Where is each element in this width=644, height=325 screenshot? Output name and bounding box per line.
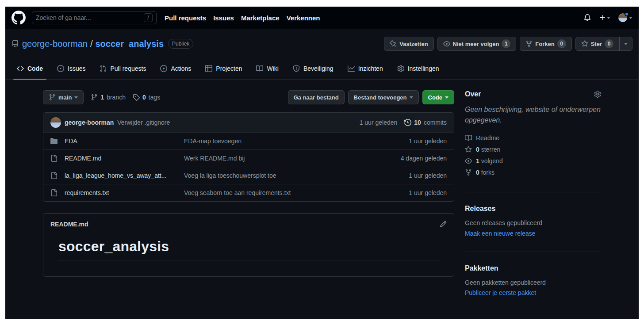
chevron-down-icon — [629, 17, 632, 19]
branches-link[interactable]: 1 branch — [91, 94, 126, 101]
readme-title: soccer_analysis — [58, 238, 439, 260]
tab-pull-requests[interactable]: Pull requests — [92, 58, 153, 79]
gear-icon[interactable] — [594, 91, 601, 98]
about-title: Over — [465, 90, 481, 98]
file-commit-time[interactable]: 1 uur geleden — [409, 138, 447, 145]
global-header: / Pull requests Issues Marketplace Verke… — [5, 7, 639, 29]
pencil-icon[interactable] — [440, 221, 447, 228]
file-toolbar: main 1 branch 0 tags Ga n — [43, 90, 454, 104]
file-commit-message-link[interactable]: EDA-map toevoegen — [184, 138, 409, 145]
nav-marketplace[interactable]: Marketplace — [241, 14, 280, 22]
file-name-link[interactable]: requirements.txt — [65, 189, 184, 196]
nav-pull-requests[interactable]: Pull requests — [165, 14, 206, 22]
chevron-down-icon — [74, 96, 78, 99]
watch-count[interactable]: 1 — [502, 39, 510, 48]
nav-issues[interactable]: Issues — [213, 14, 234, 22]
history-icon — [404, 119, 411, 126]
book-icon — [256, 65, 263, 72]
repo-name-link[interactable]: soccer_analysis — [95, 39, 164, 49]
releases-title: Releases — [465, 205, 495, 213]
readme-body: soccer_analysis — [43, 235, 454, 276]
commit-history-link[interactable]: 10 commits — [404, 119, 447, 126]
code-icon — [17, 65, 24, 72]
gear-icon — [397, 65, 404, 72]
eye-icon — [465, 157, 472, 164]
file-name-link[interactable]: EDA — [65, 138, 184, 145]
sidebar: Over Geen beschrijving, website of onder… — [465, 90, 601, 299]
branch-select-button[interactable]: main — [43, 90, 84, 104]
go-to-file-button[interactable]: Ga naar bestand — [288, 90, 345, 104]
github-page: / Pull requests Issues Marketplace Verke… — [5, 7, 639, 319]
github-logo-icon[interactable] — [12, 11, 26, 25]
releases-section: Releases Geen releases gepubliceerd Maak… — [465, 192, 601, 240]
create-release-link[interactable]: Maak een nieuwe release — [465, 230, 536, 237]
file-icon — [50, 172, 58, 179]
watchers-link[interactable]: 1 volgend — [465, 156, 601, 166]
stars-link[interactable]: 0 sterren — [465, 144, 601, 155]
file-row: README.md Werk README.md bij 4 dagen gel… — [43, 149, 454, 167]
repo-owner-link[interactable]: george-boorman — [22, 39, 88, 49]
git-pull-request-icon — [100, 65, 107, 72]
repo-title: george-boorman / soccer_analysis — [22, 39, 164, 49]
fork-count[interactable]: 0 — [557, 39, 566, 48]
header-right — [584, 13, 632, 22]
pin-icon — [390, 40, 397, 47]
readme-link[interactable]: Readme — [465, 133, 601, 143]
file-name-link[interactable]: la_liga_league_home_vs_away_att... — [65, 172, 184, 179]
user-menu-button[interactable] — [618, 13, 632, 22]
graph-icon — [348, 65, 355, 72]
file-name-link[interactable]: README.md — [65, 155, 184, 162]
file-commit-message-link[interactable]: Werk README.md bij — [184, 155, 401, 162]
search-box[interactable]: / — [32, 11, 157, 24]
book-icon — [465, 134, 472, 141]
star-dropdown-button[interactable] — [619, 37, 632, 51]
add-file-button[interactable]: Bestand toevoegen — [348, 90, 419, 104]
star-button[interactable]: Ster 0 — [575, 37, 619, 51]
repo-separator: / — [90, 39, 93, 49]
file-commit-message-link[interactable]: Voeg la liga toeschouwersplot toe — [184, 172, 409, 179]
repo-tabs: Code Issues Pull requests Actions Projec… — [5, 58, 639, 80]
file-icon — [50, 189, 58, 196]
star-count[interactable]: 0 — [605, 39, 613, 48]
packages-section: Pakketten Geen pakketten gepubliceerd Pu… — [465, 252, 601, 300]
tab-insights[interactable]: Inzichten — [341, 58, 390, 79]
repo-icon — [12, 40, 19, 47]
forks-link[interactable]: 0 forks — [465, 167, 601, 178]
tab-code[interactable]: Code — [10, 58, 50, 79]
readme-filename[interactable]: README.md — [50, 221, 88, 228]
pin-button[interactable]: Vastzetten — [384, 37, 433, 51]
fork-button[interactable]: Forken 0 — [520, 37, 571, 51]
search-input[interactable] — [36, 14, 140, 21]
commit-author-link[interactable]: george-boorman — [65, 119, 114, 126]
shield-icon — [293, 65, 300, 72]
file-commit-time[interactable]: 4 dagen geleden — [401, 155, 447, 162]
file-row: requirements.txt Voeg seaborn toe aan re… — [43, 184, 454, 201]
tab-wiki[interactable]: Wiki — [249, 58, 285, 79]
commit-message-link[interactable]: Verwijder .gitignore — [117, 119, 170, 126]
notifications-button[interactable] — [584, 14, 591, 21]
star-split-button: Ster 0 — [575, 37, 632, 51]
tab-settings[interactable]: Instellingen — [390, 58, 446, 79]
file-commit-message-link[interactable]: Voeg seaborn toe aan requirements.txt — [184, 189, 409, 196]
tab-actions[interactable]: Actions — [153, 58, 198, 79]
tab-issues[interactable]: Issues — [50, 58, 92, 79]
nav-explore[interactable]: Verkennen — [287, 14, 320, 22]
folder-icon — [50, 138, 58, 145]
file-commit-time[interactable]: 1 uur geleden — [409, 189, 447, 196]
tags-link[interactable]: 0 tags — [133, 94, 160, 101]
tab-projects[interactable]: Projecten — [198, 58, 249, 79]
create-new-button[interactable] — [599, 14, 610, 21]
packages-empty-text: Geen pakketten gepubliceerd — [465, 279, 601, 287]
eye-icon — [443, 40, 450, 47]
commit-time[interactable]: 1 uur geleden — [360, 119, 398, 126]
chevron-down-icon — [607, 17, 610, 19]
publish-package-link[interactable]: Publiceer je eerste pakket — [465, 289, 536, 296]
watch-button[interactable]: Niet meer volgen 1 — [437, 37, 517, 51]
git-branch-icon — [91, 94, 98, 101]
commit-author-avatar[interactable] — [50, 117, 61, 128]
file-commit-time[interactable]: 1 uur geleden — [409, 172, 447, 179]
code-download-button[interactable]: Code — [422, 90, 455, 104]
about-description: Geen beschrijving, website of onderwerpe… — [465, 104, 601, 126]
repo-header: george-boorman / soccer_analysis Publiek… — [5, 29, 639, 58]
tab-security[interactable]: Beveiliging — [286, 58, 341, 79]
